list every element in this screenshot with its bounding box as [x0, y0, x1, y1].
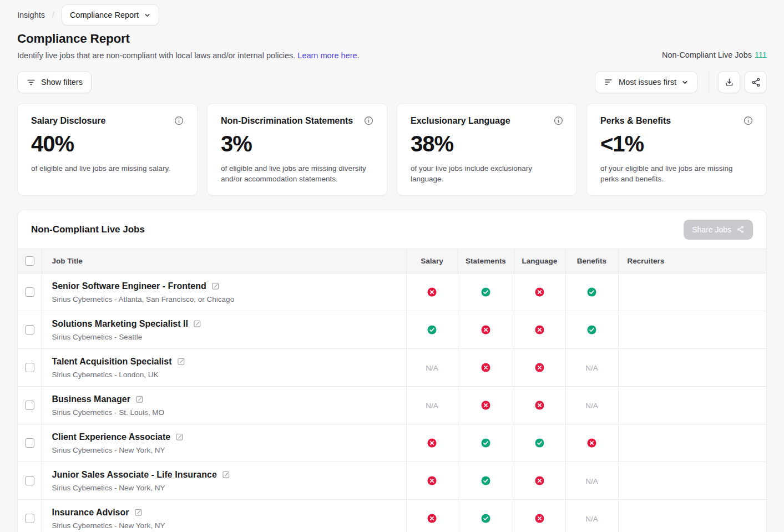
download-button[interactable] — [718, 71, 740, 93]
cell-benefits: N/A — [565, 349, 618, 387]
cell-statements — [458, 273, 514, 311]
cell-statements — [458, 387, 514, 424]
toolbar: Show filters Most issues first — [17, 71, 767, 93]
edit-job-icon[interactable] — [211, 282, 220, 290]
column-header-benefits: Benefits — [565, 249, 618, 273]
na-label: N/A — [585, 402, 598, 410]
share-icon — [736, 225, 745, 234]
breadcrumb-insights[interactable]: Insights — [17, 11, 45, 19]
subtitle-text: Identify live jobs that are non-complian… — [17, 51, 295, 60]
breadcrumb: Insights / Compliance Report — [17, 0, 767, 26]
learn-more-link[interactable]: Learn more here — [297, 51, 357, 60]
card-title: Salary Disclosure — [31, 116, 105, 126]
cell-statements — [458, 500, 514, 532]
show-filters-button[interactable]: Show filters — [17, 71, 92, 93]
status-fail-icon — [407, 476, 457, 485]
share-jobs-label: Share Jobs — [692, 225, 731, 234]
share-button[interactable] — [745, 71, 767, 93]
cell-recruiters — [618, 424, 766, 462]
job-title-link[interactable]: Talent Acquisition Specialist — [52, 357, 172, 367]
sort-dropdown-button[interactable]: Most issues first — [595, 71, 697, 93]
sort-label: Most issues first — [619, 78, 676, 87]
cell-language — [514, 311, 565, 349]
status-pass-icon — [459, 438, 513, 448]
cell-language — [514, 387, 565, 424]
status-pass-icon — [515, 438, 565, 448]
jobs-table-card: Non-Compliant Live Jobs Share Jobs Job T… — [17, 210, 767, 532]
info-icon[interactable] — [174, 116, 184, 125]
row-checkbox[interactable] — [25, 514, 34, 523]
edit-job-icon[interactable] — [175, 433, 184, 441]
status-fail-icon — [407, 438, 457, 448]
chevron-down-icon — [144, 12, 151, 19]
column-header-salary: Salary — [406, 249, 458, 273]
cell-statements — [458, 311, 514, 349]
stat-cards: Salary Disclosure 40% of eligible and li… — [17, 103, 767, 196]
job-title-link[interactable]: Junior Sales Associate - Life Insurance — [52, 470, 217, 480]
non-compliant-count: Non-Compliant Live Jobs111 — [662, 50, 767, 60]
table-title: Non-Compliant Live Jobs — [31, 224, 145, 235]
status-pass-icon — [459, 287, 513, 297]
stat-card-salary-disclosure: Salary Disclosure 40% of eligible and li… — [17, 103, 198, 196]
column-header-language: Language — [514, 249, 565, 273]
cell-salary — [406, 311, 458, 349]
subtitle-period: . — [357, 51, 360, 60]
breadcrumb-separator: / — [52, 11, 54, 19]
status-fail-icon — [515, 363, 565, 372]
status-fail-icon — [515, 476, 565, 485]
job-title-link[interactable]: Senior Software Engineer - Frontend — [52, 281, 206, 291]
edit-job-icon[interactable] — [134, 508, 143, 516]
table-row: Client Experience Associate Sirius Cyber… — [18, 424, 766, 462]
job-company-location: Sirius Cybernetics - New York, NY — [52, 446, 396, 454]
job-company-location: Sirius Cybernetics - New York, NY — [52, 484, 396, 492]
table-row: Business Manager Sirius Cybernetics - St… — [18, 387, 766, 424]
row-checkbox[interactable] — [25, 363, 34, 372]
count-label: Non-Compliant Live Jobs — [662, 50, 752, 59]
info-icon[interactable] — [743, 116, 753, 125]
stat-card-perks-benefits: Perks & Benefits <1% of your eligible an… — [586, 103, 767, 196]
edit-job-icon[interactable] — [222, 470, 230, 479]
cell-salary: N/A — [406, 387, 458, 424]
share-icon — [751, 77, 761, 88]
edit-job-icon[interactable] — [135, 395, 144, 403]
status-fail-icon — [515, 287, 565, 297]
row-checkbox[interactable] — [25, 401, 34, 410]
table-row: Talent Acquisition Specialist Sirius Cyb… — [18, 349, 766, 387]
edit-job-icon[interactable] — [193, 320, 201, 328]
select-all-checkbox[interactable] — [25, 256, 34, 266]
info-icon[interactable] — [554, 116, 563, 125]
cell-salary — [406, 500, 458, 532]
cell-language — [514, 424, 565, 462]
job-title-link[interactable]: Insurance Advisor — [52, 508, 129, 518]
report-selector-label: Compliance Report — [70, 11, 139, 19]
share-jobs-button[interactable]: Share Jobs — [684, 220, 753, 240]
job-title-link[interactable]: Solutions Marketing Specialist II — [52, 319, 188, 329]
row-checkbox[interactable] — [25, 438, 34, 448]
row-checkbox[interactable] — [25, 287, 34, 297]
column-header-recruiters: Recruiters — [618, 249, 766, 273]
page-title: Compliance Report — [17, 32, 360, 46]
card-value: 38% — [411, 131, 563, 156]
job-title-link[interactable]: Client Experience Associate — [52, 432, 171, 442]
cell-language — [514, 500, 565, 532]
toolbar-divider — [709, 71, 709, 93]
cell-salary: N/A — [406, 349, 458, 387]
job-title-link[interactable]: Business Manager — [52, 394, 130, 404]
jobs-table: Job Title Salary Statements Language Ben… — [18, 249, 766, 532]
row-checkbox[interactable] — [25, 325, 34, 335]
table-row: Senior Software Engineer - Frontend Siri… — [18, 273, 766, 311]
cell-benefits — [565, 311, 618, 349]
cell-benefits — [565, 273, 618, 311]
na-label: N/A — [426, 364, 438, 372]
stat-card-non-discrimination: Non-Discrimination Statements 3% of elig… — [207, 103, 387, 196]
row-checkbox[interactable] — [25, 476, 34, 485]
card-title: Exclusionary Language — [411, 116, 510, 126]
jobs-tbody: Senior Software Engineer - Frontend Siri… — [18, 273, 766, 532]
job-company-location: Sirius Cybernetics - Atlanta, San Franci… — [52, 295, 396, 303]
info-icon[interactable] — [364, 116, 373, 125]
cell-recruiters — [618, 349, 766, 387]
status-fail-icon — [459, 401, 513, 410]
edit-job-icon[interactable] — [177, 357, 185, 366]
show-filters-label: Show filters — [41, 78, 83, 87]
report-selector-dropdown[interactable]: Compliance Report — [62, 4, 159, 26]
